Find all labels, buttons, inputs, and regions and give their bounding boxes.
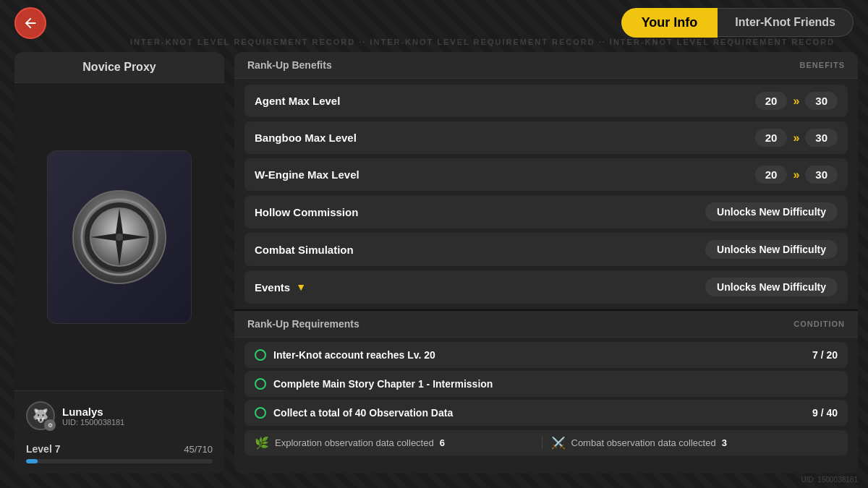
- xp-fill: [26, 459, 38, 463]
- exploration-obs-cell: 🌿 Exploration observation data collected…: [255, 436, 542, 450]
- benefit-wengine-max-level: W-Engine Max Level 20 » 30: [244, 158, 848, 191]
- benefit-events[interactable]: Events ▼ Unlocks New Difficulty: [244, 270, 848, 304]
- req-count-observation: 9 / 40: [812, 407, 838, 419]
- benefit-label-hollow: Hollow Commission: [255, 206, 358, 218]
- level-change-bangboo: 20 » 30: [755, 129, 838, 147]
- avatar-area: [14, 83, 224, 390]
- level-row: Level 7 45/710: [26, 443, 213, 455]
- benefit-label-bangboo: Bangboo Max Level: [255, 132, 357, 144]
- req-text-level: Inter-Knot account reaches Lv. 20: [273, 349, 805, 361]
- user-uid: UID: 1500038181: [62, 418, 124, 427]
- user-avatar: 🐺 ⚙: [26, 401, 55, 430]
- user-info-section: 🐺 ⚙ Lunalys UID: 1500038181: [14, 390, 224, 437]
- req-row-level: Inter-Knot account reaches Lv. 20 7 / 20: [244, 342, 848, 368]
- level-to-wengine: 30: [805, 166, 838, 184]
- benefit-combat-simulation: Combat Simulation Unlocks New Difficulty: [244, 233, 848, 266]
- tab-your-info[interactable]: Your Info: [621, 8, 718, 38]
- arrow-double-icon-bangboo: »: [793, 132, 799, 145]
- arrow-double-icon: »: [793, 95, 799, 108]
- level-from-bangboo: 20: [755, 129, 788, 147]
- observation-data-row: 🌿 Exploration observation data collected…: [244, 430, 848, 455]
- benefits-label: BENEFITS: [800, 61, 845, 69]
- level-label: Level 7: [26, 443, 60, 455]
- benefits-header: Rank-Up Benefits BENEFITS: [234, 52, 858, 79]
- avatar-card: [47, 150, 192, 324]
- req-count-level: 7 / 20: [812, 349, 838, 361]
- rank-title: Novice Proxy: [14, 52, 224, 83]
- req-label: CONDITION: [793, 320, 845, 328]
- req-text-story: Complete Main Story Chapter 1 - Intermis…: [273, 378, 838, 390]
- level-to-agent: 30: [805, 92, 838, 110]
- user-details: Lunalys UID: 1500038181: [62, 406, 124, 427]
- top-bar: Your Info Inter-Knot Friends: [0, 0, 868, 45]
- req-row-story: Complete Main Story Chapter 1 - Intermis…: [244, 371, 848, 397]
- exploration-obs-icon: 🌿: [255, 436, 269, 450]
- level-change-wengine: 20 » 30: [755, 166, 838, 184]
- back-icon: [22, 15, 38, 31]
- right-panel: Rank-Up Benefits BENEFITS Agent Max Leve…: [234, 52, 858, 474]
- benefit-label-agent: Agent Max Level: [255, 95, 340, 107]
- avatar-emblem: [69, 187, 170, 288]
- svg-point-8: [116, 234, 123, 241]
- requirements-section: Rank-Up Requirements CONDITION Inter-Kno…: [234, 309, 858, 474]
- exploration-obs-count: 6: [440, 437, 445, 448]
- combat-obs-count: 3: [722, 437, 727, 448]
- combat-obs-label: Combat observation data collected: [571, 437, 716, 448]
- user-name: Lunalys: [62, 406, 124, 418]
- uid-watermark: UID: 1500038181: [801, 476, 858, 484]
- level-from-wengine: 20: [755, 166, 788, 184]
- tab-inter-knot-friends[interactable]: Inter-Knot Friends: [718, 8, 854, 37]
- level-change-agent: 20 » 30: [755, 92, 838, 110]
- user-badge: ⚙: [44, 419, 56, 431]
- level-section: Level 7 45/710: [14, 437, 224, 474]
- req-list: Inter-Knot account reaches Lv. 20 7 / 20…: [234, 338, 858, 460]
- benefit-label-wengine: W-Engine Max Level: [255, 168, 359, 181]
- unlock-badge-hollow: Unlocks New Difficulty: [705, 202, 838, 221]
- benefit-bangboo-max-level: Bangboo Max Level 20 » 30: [244, 121, 848, 154]
- back-button[interactable]: [14, 7, 46, 39]
- benefit-label-events: Events ▼: [255, 281, 306, 294]
- req-check-observation: [255, 407, 266, 419]
- req-check-level: [255, 349, 266, 361]
- benefit-agent-max-level: Agent Max Level 20 » 30: [244, 85, 848, 117]
- unlock-badge-events: Unlocks New Difficulty: [705, 278, 838, 296]
- arrow-double-icon-wengine: »: [793, 168, 799, 181]
- exploration-obs-label: Exploration observation data collected: [275, 437, 434, 448]
- level-to-bangboo: 30: [805, 129, 838, 147]
- combat-obs-cell: ⚔️ Combat observation data collected 3: [542, 436, 838, 450]
- benefit-hollow-commission: Hollow Commission Unlocks New Difficulty: [244, 195, 848, 228]
- benefits-title: Rank-Up Benefits: [247, 59, 332, 71]
- combat-obs-icon: ⚔️: [551, 436, 566, 450]
- level-from-agent: 20: [755, 92, 788, 110]
- req-check-story: [255, 378, 266, 390]
- level-xp: 45/710: [184, 444, 213, 455]
- req-text-observation: Collect a total of 40 Observation Data: [273, 407, 805, 419]
- req-title: Rank-Up Requirements: [247, 318, 359, 330]
- chevron-down-icon: ▼: [296, 281, 306, 293]
- unlock-badge-combat: Unlocks New Difficulty: [705, 240, 838, 259]
- benefits-list: Agent Max Level 20 » 30 Bangboo Max Leve…: [234, 79, 858, 309]
- requirements-header: Rank-Up Requirements CONDITION: [234, 311, 858, 338]
- left-panel: Novice Proxy: [14, 52, 224, 474]
- req-row-observation: Collect a total of 40 Observation Data 9…: [244, 400, 848, 426]
- xp-bar: [26, 459, 213, 463]
- tab-group: Your Info Inter-Knot Friends: [621, 8, 854, 38]
- benefit-label-combat: Combat Simulation: [255, 244, 354, 256]
